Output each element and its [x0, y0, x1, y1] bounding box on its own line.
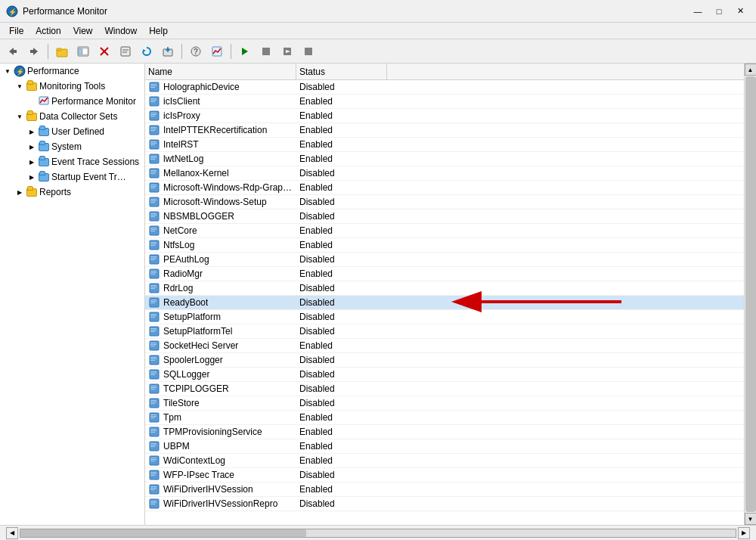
forward-button[interactable]	[24, 42, 44, 61]
list-row[interactable]: TpmEnabled	[145, 411, 744, 425]
export-button[interactable]	[158, 42, 178, 61]
folder-up-button[interactable]	[52, 42, 72, 61]
tree-item-event-trace[interactable]: ▶ Event Trace Sessions	[0, 154, 144, 169]
row-icon	[148, 167, 160, 179]
view-graph-button[interactable]	[207, 42, 227, 61]
tree-item-performance-monitor[interactable]: ▶ Performance Monitor	[0, 94, 144, 109]
menu-action[interactable]: Action	[29, 23, 67, 39]
list-row[interactable]: icIsClientEnabled	[145, 95, 744, 109]
tree-item-data-collector-sets[interactable]: ▼ Data Collector Sets	[0, 109, 144, 124]
tree-item-system[interactable]: ▶ System	[0, 139, 144, 154]
list-row[interactable]: WdiContextLogEnabled	[145, 454, 744, 468]
minimize-button[interactable]: —	[688, 4, 708, 19]
cell-status: Enabled	[296, 239, 387, 251]
scroll-up-button[interactable]: ▲	[745, 64, 757, 76]
svg-rect-92	[150, 299, 156, 300]
properties-button[interactable]	[116, 42, 135, 61]
svg-rect-145	[150, 488, 156, 489]
col-header-status[interactable]: Status	[296, 64, 387, 79]
tree-item-monitoring-tools[interactable]: ▼ Monitoring Tools	[0, 79, 144, 94]
cell-name-text: NBSMBLOGGER	[163, 211, 234, 222]
menu-file[interactable]: File	[3, 23, 29, 39]
menu-view[interactable]: View	[67, 23, 99, 39]
row-icon	[148, 411, 160, 424]
list-row[interactable]: SocketHeci ServerEnabled	[145, 339, 744, 353]
list-row[interactable]: SetupPlatformDisabled	[145, 310, 744, 324]
menu-window[interactable]: Window	[99, 23, 144, 39]
list-row[interactable]: IntelPTTEKRecertificationEnabled	[145, 123, 744, 138]
show-hide-console-button[interactable]	[73, 42, 93, 61]
row-icon	[148, 498, 160, 510]
refresh-button[interactable]	[137, 42, 156, 61]
list-row[interactable]: RdrLogDisabled	[145, 281, 744, 296]
expander-reports[interactable]: ▶	[14, 186, 26, 198]
list-row[interactable]: Mellanox-KernelDisabled	[145, 166, 744, 181]
expander-data-collector[interactable]: ▼	[14, 110, 26, 123]
list-row[interactable]: ReadyBootDisabled	[145, 296, 744, 310]
scroll-down-button[interactable]: ▼	[745, 513, 757, 525]
list-row[interactable]: SpoolerLoggerDisabled	[145, 353, 744, 368]
list-row[interactable]: Microsoft-Windows-Rdp-Graph...Enabled	[145, 181, 744, 195]
scroll-left-btn[interactable]: ◀	[6, 527, 18, 539]
content-list[interactable]: HolographicDeviceDisabled icIsClientEnab…	[145, 80, 744, 525]
list-row[interactable]: TPMProvisioningServiceEnabled	[145, 425, 744, 439]
row-icon	[148, 196, 160, 208]
scroll-right-btn[interactable]: ▶	[738, 527, 750, 539]
delete-button[interactable]	[94, 42, 114, 61]
end-button[interactable]	[299, 42, 318, 61]
cell-name-text: UBPM	[163, 441, 190, 452]
system-icon	[38, 141, 50, 153]
tree-item-startup-event-trace[interactable]: ▶ Startup Event Trace Sess	[0, 169, 144, 185]
back-button[interactable]	[3, 42, 23, 61]
cell-name: Microsoft-Windows-Setup	[145, 195, 296, 209]
expander-startup-event[interactable]: ▶	[26, 171, 38, 183]
close-button[interactable]: ✕	[730, 4, 750, 19]
expander-performance[interactable]: ▼	[2, 65, 14, 77]
list-row[interactable]: Microsoft-Windows-SetupDisabled	[145, 195, 744, 209]
help-button[interactable]: ?	[186, 42, 206, 61]
tree-item-reports[interactable]: ▶ Reports	[0, 185, 144, 200]
list-row[interactable]: PEAuthLogDisabled	[145, 253, 744, 267]
svg-rect-114	[150, 374, 155, 375]
list-row[interactable]: TCPIPLOGGERDisabled	[145, 382, 744, 396]
list-row[interactable]: NBSMBLOGGERDisabled	[145, 209, 744, 224]
list-row[interactable]: TileStoreDisabled	[145, 396, 744, 411]
list-row[interactable]: WiFiDriverIHVSessionEnabled	[145, 483, 744, 497]
cell-name-text: WFP-IPsec Trace	[163, 470, 234, 480]
cell-name: TileStore	[145, 396, 296, 410]
menu-help[interactable]: Help	[143, 23, 174, 39]
tree-item-user-defined[interactable]: ▶ User Defined	[0, 124, 144, 139]
tree-item-performance[interactable]: ▼ ⚡ Performance	[0, 64, 144, 79]
list-row[interactable]: NtfsLogEnabled	[145, 238, 744, 253]
list-row[interactable]: RadioMgrEnabled	[145, 267, 744, 281]
expander-event-trace[interactable]: ▶	[26, 156, 38, 168]
play-button[interactable]	[235, 42, 255, 61]
list-row[interactable]: SQLLoggerDisabled	[145, 368, 744, 382]
list-row[interactable]: NetCoreEnabled	[145, 224, 744, 238]
record-button[interactable]	[277, 42, 297, 61]
cell-status: Disabled	[296, 469, 387, 481]
cell-name: RadioMgr	[145, 267, 296, 281]
list-row[interactable]: SetupPlatformTelDisabled	[145, 324, 744, 339]
cell-name-text: SocketHeci Server	[163, 340, 238, 351]
vertical-scrollbar[interactable]: ▲ ▼	[744, 64, 756, 525]
cell-status: Enabled	[296, 483, 387, 495]
expander-monitoring-tools[interactable]: ▼	[14, 80, 26, 92]
list-row[interactable]: WiFiDriverIHVSessionReproDisabled	[145, 497, 744, 511]
list-row[interactable]: WFP-IPsec TraceDisabled	[145, 468, 744, 483]
expander-system[interactable]: ▶	[26, 141, 38, 153]
scroll-track[interactable]	[20, 529, 736, 538]
list-row[interactable]: UBPMEnabled	[145, 439, 744, 454]
col-header-name[interactable]: Name	[145, 64, 296, 79]
list-row[interactable]: HolographicDeviceDisabled	[145, 80, 744, 95]
expander-user-defined[interactable]: ▶	[26, 126, 38, 138]
svg-rect-62	[150, 188, 155, 188]
data-collector-icon	[26, 110, 38, 123]
list-row[interactable]: icIsProxyEnabled	[145, 109, 744, 123]
row-icon	[148, 210, 160, 222]
stop-button[interactable]	[256, 42, 276, 61]
maximize-button[interactable]: □	[709, 4, 729, 19]
svg-rect-88	[150, 285, 156, 286]
list-row[interactable]: IntelRSTEnabled	[145, 138, 744, 152]
list-row[interactable]: lwtNetLogEnabled	[145, 152, 744, 166]
